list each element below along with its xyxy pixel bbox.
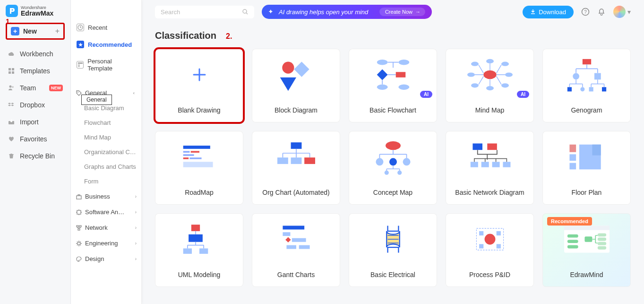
- nav-templates[interactable]: Templates: [6, 62, 65, 79]
- new-button[interactable]: + New +: [6, 23, 65, 40]
- recommended-badge: Recommended: [547, 217, 592, 226]
- svg-rect-12: [77, 196, 81, 199]
- svg-rect-69: [569, 145, 576, 152]
- primary-nav: Workbench Templates Team NEW Dropbox Imp…: [6, 45, 65, 165]
- card-edrawmind[interactable]: Recommended EdrawMind: [542, 213, 631, 287]
- clock-icon: [77, 24, 84, 31]
- card-label: Process P&ID: [446, 265, 534, 285]
- svg-rect-87: [496, 231, 500, 235]
- brand-logo: Wondershare EdrawMax: [6, 5, 65, 17]
- search-input[interactable]: Search: [155, 6, 254, 18]
- sb2-personal-template[interactable]: Personal Template: [71, 53, 141, 77]
- bell-icon[interactable]: [597, 8, 606, 16]
- svg-rect-74: [191, 225, 199, 231]
- cat-sub-org-chart[interactable]: Organizational Chart: [71, 145, 141, 159]
- card-flow[interactable]: AI Basic Flowchart: [349, 49, 437, 122]
- nav-team[interactable]: Team NEW: [6, 79, 65, 96]
- nav-import[interactable]: Import: [6, 113, 65, 130]
- card-label: Blank Drawing: [155, 101, 243, 121]
- user-menu[interactable]: ▾: [613, 6, 631, 18]
- card-preview: [155, 49, 243, 101]
- svg-point-33: [471, 83, 479, 87]
- ai-badge: AI: [517, 91, 529, 98]
- svg-point-30: [483, 70, 496, 79]
- card-elec[interactable]: Basic Electrical: [349, 213, 437, 287]
- svg-rect-46: [183, 146, 210, 149]
- cat-sub-graphs-charts[interactable]: Graphs and Charts: [71, 159, 141, 174]
- nav-label: Recycle Bin: [20, 152, 55, 160]
- nav-label: Workbench: [20, 50, 53, 58]
- svg-point-59: [389, 158, 397, 165]
- svg-rect-96: [597, 233, 606, 236]
- download-label: Download: [539, 9, 566, 16]
- card-pid[interactable]: Process P&ID: [446, 213, 534, 287]
- sb2-label: Recommended: [88, 41, 132, 48]
- svg-point-36: [501, 83, 509, 87]
- new-label: New: [23, 27, 37, 35]
- cat-sub-flowchart[interactable]: Flowchart: [71, 115, 141, 130]
- svg-rect-66: [481, 162, 489, 167]
- banner-cta[interactable]: Create Now →: [379, 8, 425, 16]
- sb2-recommended[interactable]: ★ Recommended: [71, 36, 141, 53]
- team-icon: [8, 84, 15, 92]
- topbar: Search AI drawing helps open your mind C…: [142, 0, 644, 19]
- card-label: RoadMap: [155, 183, 243, 203]
- card-label: Floor Plan: [542, 183, 631, 203]
- svg-rect-48: [190, 151, 199, 152]
- cat-business[interactable]: Business ›: [71, 189, 141, 204]
- sb2-recent[interactable]: Recent: [71, 19, 141, 36]
- cat-network[interactable]: Network ›: [71, 220, 141, 235]
- dropbox-icon: [8, 101, 15, 109]
- svg-point-29: [398, 85, 409, 90]
- card-floor[interactable]: Floor Plan: [542, 131, 631, 205]
- nav-recycle-bin[interactable]: Recycle Bin: [6, 148, 65, 165]
- svg-rect-13: [77, 210, 81, 214]
- cat-sub-form[interactable]: Form: [71, 174, 141, 189]
- cat-engineering[interactable]: Engineering ›: [71, 235, 141, 251]
- cat-sub-basic-diagram[interactable]: Basic Diagram: [71, 101, 141, 115]
- card-gantt[interactable]: Gantt Charts: [252, 213, 340, 287]
- svg-rect-75: [189, 235, 203, 242]
- ai-banner[interactable]: AI drawing helps open your mind Create N…: [262, 5, 432, 19]
- svg-point-85: [484, 234, 495, 245]
- card-preview: [252, 131, 340, 183]
- nav-favorites[interactable]: Favorites: [6, 130, 65, 148]
- card-label: Mind Map: [446, 101, 534, 121]
- card-uml[interactable]: UML Modeling: [155, 213, 243, 287]
- card-concept[interactable]: Concept Map: [349, 131, 437, 205]
- svg-point-38: [486, 86, 494, 90]
- card-network[interactable]: Basic Network Diagram: [446, 131, 534, 205]
- card-mind[interactable]: AI Mind Map: [446, 49, 534, 122]
- nav-label: Import: [20, 118, 39, 126]
- cat-general[interactable]: General ⌄: [71, 85, 141, 101]
- card-label: UML Modeling: [155, 265, 243, 285]
- nav-dropbox[interactable]: Dropbox: [6, 96, 65, 113]
- svg-rect-93: [567, 240, 578, 243]
- card-road[interactable]: RoadMap: [155, 131, 243, 205]
- help-icon[interactable]: ?: [581, 8, 590, 16]
- svg-point-61: [384, 171, 388, 175]
- svg-rect-91: [564, 226, 610, 230]
- svg-rect-47: [183, 151, 189, 152]
- chevron-right-icon: ›: [135, 209, 137, 215]
- card-org[interactable]: Org Chart (Automated): [252, 131, 340, 205]
- svg-point-37: [486, 59, 494, 63]
- templates-icon: [8, 67, 15, 75]
- svg-rect-77: [199, 248, 208, 253]
- cat-sub-mind-map[interactable]: Mind Map: [71, 130, 141, 145]
- svg-point-28: [377, 85, 387, 90]
- cat-software[interactable]: Software An… ›: [71, 204, 141, 220]
- primary-sidebar: Wondershare EdrawMax 1. + New + Workbenc…: [0, 0, 71, 304]
- card-label: Basic Flowchart: [349, 101, 437, 121]
- nav-workbench[interactable]: Workbench: [6, 45, 65, 62]
- cat-design[interactable]: Design ›: [71, 251, 141, 267]
- card-geno[interactable]: Genogram: [542, 49, 631, 122]
- card-blocks[interactable]: Block Diagram: [252, 49, 340, 122]
- card-blank[interactable]: Blank Drawing: [155, 49, 243, 122]
- cat-label: Software An…: [85, 208, 124, 216]
- download-button[interactable]: Download: [523, 6, 574, 18]
- card-preview: Recommended: [542, 213, 631, 265]
- svg-rect-2: [12, 68, 14, 70]
- chevron-right-icon: ›: [135, 241, 137, 246]
- card-label: Org Chart (Automated): [252, 183, 340, 203]
